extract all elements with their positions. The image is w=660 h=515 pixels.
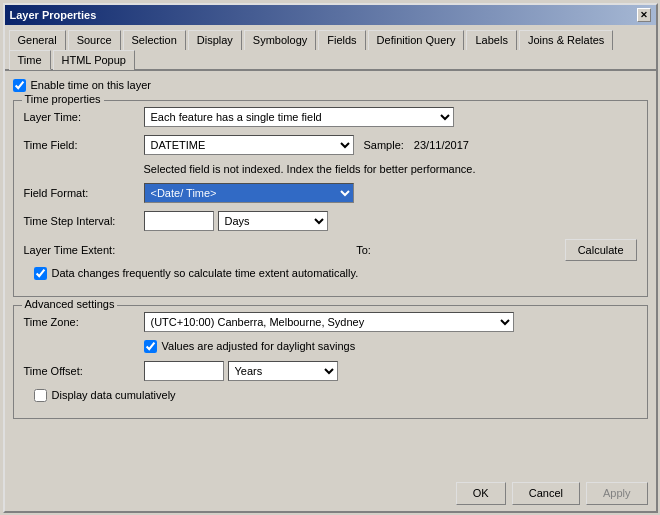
- cumulative-label: Display data cumulatively: [52, 389, 176, 401]
- time-field-dropdown[interactable]: DATETIME: [144, 135, 354, 155]
- tab-time[interactable]: Time: [9, 50, 51, 70]
- time-step-unit-dropdown[interactable]: Days: [218, 211, 328, 231]
- layer-time-dropdown[interactable]: Each feature has a single time field: [144, 107, 454, 127]
- apply-button[interactable]: Apply: [586, 482, 648, 505]
- field-format-dropdown[interactable]: <Date/ Time>: [144, 183, 354, 203]
- tab-display[interactable]: Display: [188, 30, 242, 50]
- tab-general[interactable]: General: [9, 30, 66, 50]
- title-bar: Layer Properties ✕: [5, 5, 656, 25]
- advanced-settings-group: Advanced settings Time Zone: (UTC+10:00)…: [13, 305, 648, 419]
- auto-calc-row: Data changes frequently so calculate tim…: [34, 267, 637, 280]
- daylight-checkbox[interactable]: [144, 340, 157, 353]
- auto-calc-checkbox[interactable]: [34, 267, 47, 280]
- timezone-row: Time Zone: (UTC+10:00) Canberra, Melbour…: [24, 312, 637, 332]
- time-properties-group: Time properties Layer Time: Each feature…: [13, 100, 648, 297]
- footer: OK Cancel Apply: [5, 476, 656, 511]
- field-format-row: Field Format: <Date/ Time>: [24, 183, 637, 203]
- tab-html-popup[interactable]: HTML Popup: [53, 50, 135, 70]
- index-info-text: Selected field is not indexed. Index the…: [144, 163, 637, 175]
- tab-selection[interactable]: Selection: [123, 30, 186, 50]
- timezone-label: Time Zone:: [24, 316, 144, 328]
- window-title: Layer Properties: [10, 9, 97, 21]
- time-field-label: Time Field:: [24, 139, 144, 151]
- time-offset-input[interactable]: 0.00: [144, 361, 224, 381]
- time-offset-unit-dropdown[interactable]: Years: [228, 361, 338, 381]
- sample-label: Sample:: [364, 139, 404, 151]
- time-extent-row: Layer Time Extent: To: Calculate: [24, 239, 637, 261]
- timezone-dropdown[interactable]: (UTC+10:00) Canberra, Melbourne, Sydney: [144, 312, 514, 332]
- ok-button[interactable]: OK: [456, 482, 506, 505]
- layer-properties-window: Layer Properties ✕ General Source Select…: [3, 3, 658, 513]
- time-step-row: Time Step Interval: 1.00 Days: [24, 211, 637, 231]
- time-extent-label: Layer Time Extent:: [24, 244, 144, 256]
- cumulative-row: Display data cumulatively: [34, 389, 637, 402]
- enable-time-row: Enable time on this layer: [13, 79, 648, 92]
- content-area: Enable time on this layer Time propertie…: [5, 71, 656, 476]
- daylight-row: Values are adjusted for daylight savings: [144, 340, 637, 353]
- tab-joins-relates[interactable]: Joins & Relates: [519, 30, 613, 50]
- field-format-label: Field Format:: [24, 187, 144, 199]
- to-label: To:: [344, 244, 384, 256]
- advanced-settings-label: Advanced settings: [22, 298, 118, 310]
- tab-definition-query[interactable]: Definition Query: [368, 30, 465, 50]
- tab-source[interactable]: Source: [68, 30, 121, 50]
- cumulative-checkbox[interactable]: [34, 389, 47, 402]
- time-offset-row: Time Offset: 0.00 Years: [24, 361, 637, 381]
- cancel-button[interactable]: Cancel: [512, 482, 580, 505]
- tab-labels[interactable]: Labels: [466, 30, 516, 50]
- close-button[interactable]: ✕: [637, 8, 651, 22]
- time-properties-group-label: Time properties: [22, 93, 104, 105]
- layer-time-label: Layer Time:: [24, 111, 144, 123]
- time-step-label: Time Step Interval:: [24, 215, 144, 227]
- daylight-label: Values are adjusted for daylight savings: [162, 340, 356, 352]
- tabs-bar: General Source Selection Display Symbolo…: [5, 25, 656, 71]
- time-step-input[interactable]: 1.00: [144, 211, 214, 231]
- tab-fields[interactable]: Fields: [318, 30, 365, 50]
- tab-symbology[interactable]: Symbology: [244, 30, 316, 50]
- auto-calc-label: Data changes frequently so calculate tim…: [52, 267, 359, 279]
- layer-time-row: Layer Time: Each feature has a single ti…: [24, 107, 637, 127]
- sample-value: 23/11/2017: [414, 139, 469, 151]
- calculate-button[interactable]: Calculate: [565, 239, 637, 261]
- enable-time-label: Enable time on this layer: [31, 79, 151, 91]
- time-offset-label: Time Offset:: [24, 365, 144, 377]
- enable-time-checkbox[interactable]: [13, 79, 26, 92]
- time-field-row: Time Field: DATETIME Sample: 23/11/2017: [24, 135, 637, 155]
